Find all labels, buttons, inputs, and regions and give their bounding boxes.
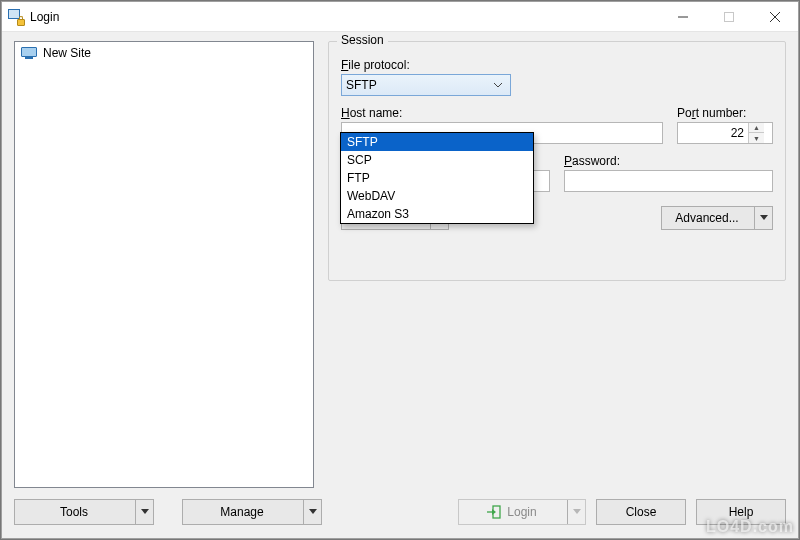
protocol-option[interactable]: WebDAV <box>341 187 533 205</box>
port-up-button[interactable]: ▲ <box>749 123 764 133</box>
svg-marker-6 <box>141 509 149 514</box>
file-protocol-value: SFTP <box>346 78 377 92</box>
port-label: Port number: <box>677 106 773 120</box>
svg-marker-7 <box>309 509 317 514</box>
port-input[interactable] <box>678 123 748 143</box>
tools-button-label: Tools <box>60 505 88 519</box>
close-window-button[interactable] <box>752 2 798 31</box>
file-protocol-combobox[interactable]: SFTP <box>341 74 511 96</box>
login-icon <box>487 505 501 519</box>
port-down-button[interactable]: ▼ <box>749 133 764 143</box>
chevron-down-icon <box>490 78 506 92</box>
login-button[interactable]: Login <box>458 499 586 525</box>
session-legend: Session <box>337 33 388 47</box>
monitor-icon <box>21 47 37 59</box>
protocol-option[interactable]: Amazon S3 <box>341 205 533 223</box>
manage-button[interactable]: Manage <box>182 499 322 525</box>
sites-list[interactable]: New Site <box>14 41 314 488</box>
tools-button[interactable]: Tools <box>14 499 154 525</box>
titlebar: Login <box>2 2 798 32</box>
login-window: Login New Site Session <box>1 1 799 539</box>
svg-marker-9 <box>492 509 496 515</box>
file-protocol-dropdown[interactable]: SFTP SCP FTP WebDAV Amazon S3 <box>340 132 534 224</box>
app-icon <box>8 9 24 25</box>
login-dropdown-toggle[interactable] <box>567 500 585 524</box>
svg-marker-10 <box>573 509 581 514</box>
maximize-button <box>706 2 752 31</box>
help-button-label: Help <box>729 505 754 519</box>
password-label: Password: <box>564 154 773 168</box>
password-input[interactable] <box>564 170 773 192</box>
manage-dropdown-toggle[interactable] <box>303 500 321 524</box>
bottom-button-bar: Tools Manage Login Close H <box>14 498 786 526</box>
close-button[interactable]: Close <box>596 499 686 525</box>
svg-marker-5 <box>760 215 768 220</box>
file-protocol-row: File protocol: SFTP <box>341 58 773 96</box>
site-item-label: New Site <box>43 46 91 60</box>
window-controls <box>660 2 798 31</box>
site-item[interactable]: New Site <box>17 44 311 62</box>
svg-rect-1 <box>725 12 734 21</box>
advanced-button-label: Advanced... <box>675 211 738 225</box>
host-label: Host name: <box>341 106 663 120</box>
login-button-label: Login <box>507 505 536 519</box>
manage-button-label: Manage <box>220 505 263 519</box>
port-spinner[interactable]: ▲ ▼ <box>677 122 773 144</box>
upper-pane: New Site Session File protocol: SFTP <box>14 41 786 488</box>
window-title: Login <box>30 10 59 24</box>
protocol-option[interactable]: SCP <box>341 151 533 169</box>
client-area: New Site Session File protocol: SFTP <box>2 32 798 538</box>
tools-dropdown-toggle[interactable] <box>135 500 153 524</box>
help-button[interactable]: Help <box>696 499 786 525</box>
minimize-button[interactable] <box>660 2 706 31</box>
file-protocol-label: File protocol: <box>341 58 773 72</box>
advanced-dropdown-toggle[interactable] <box>754 207 772 229</box>
protocol-option[interactable]: SFTP <box>341 133 533 151</box>
close-button-label: Close <box>626 505 657 519</box>
protocol-option[interactable]: FTP <box>341 169 533 187</box>
advanced-button[interactable]: Advanced... <box>661 206 773 230</box>
